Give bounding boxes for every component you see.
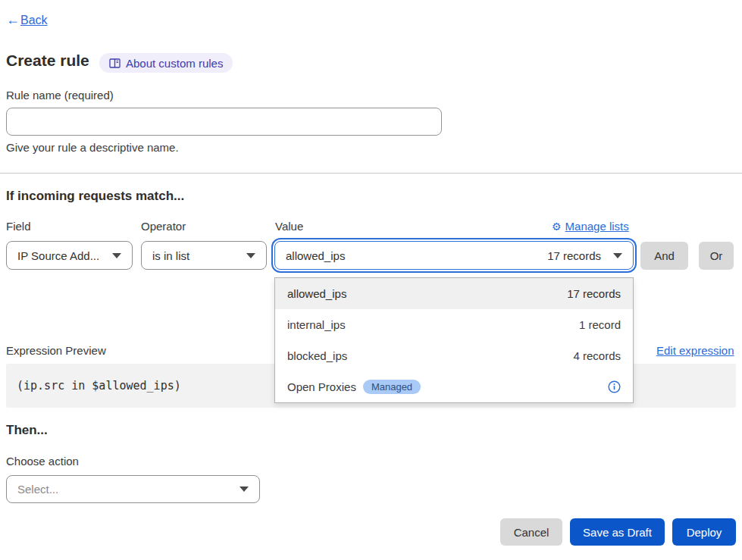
operator-select[interactable]: is in list (141, 241, 267, 270)
gear-icon: ⚙ (552, 221, 562, 233)
list-record-count: 4 records (573, 349, 621, 362)
choose-action-label: Choose action (6, 455, 79, 468)
manage-lists-link[interactable]: ⚙ Manage lists (552, 220, 634, 233)
list-name: blocked_ips (287, 349, 347, 362)
chevron-down-icon (112, 253, 121, 258)
dropdown-item-allowed-ips[interactable]: allowed_ips 17 records (275, 278, 633, 309)
expression-code: (ip.src in $allowed_ips) (17, 379, 181, 393)
page-title: Create rule (6, 52, 89, 70)
info-icon[interactable] (608, 380, 621, 393)
value-select-record-count: 17 records (547, 249, 601, 262)
or-button[interactable]: Or (699, 242, 734, 270)
section-divider (0, 173, 742, 174)
about-badge-label: About custom rules (126, 57, 223, 70)
field-column-label: Field (6, 220, 31, 233)
expression-preview-label: Expression Preview (6, 344, 106, 357)
chevron-down-icon (246, 253, 255, 258)
list-record-count: 17 records (567, 287, 621, 300)
value-select[interactable]: allowed_ips 17 records (274, 241, 634, 270)
field-select[interactable]: IP Source Add... (6, 241, 133, 270)
chevron-down-icon (613, 253, 622, 258)
then-section-heading: Then... (6, 423, 48, 438)
save-as-draft-button[interactable]: Save as Draft (570, 518, 665, 546)
action-select[interactable]: Select... (6, 475, 260, 503)
rule-name-label: Rule name (required) (6, 89, 114, 102)
manage-lists-label: Manage lists (565, 220, 629, 233)
edit-expression-link[interactable]: Edit expression (656, 344, 734, 357)
create-rule-page: ← Back Create rule About custom rules Ru… (0, 0, 742, 560)
dropdown-item-open-proxies[interactable]: Open Proxies Managed (275, 371, 633, 402)
back-link[interactable]: ← Back (6, 12, 48, 28)
list-name: Open Proxies (287, 380, 356, 393)
cancel-button[interactable]: Cancel (500, 518, 562, 546)
operator-column-label: Operator (141, 220, 186, 233)
list-record-count: 1 record (579, 318, 621, 331)
rule-name-input[interactable] (6, 108, 442, 136)
value-dropdown-menu: allowed_ips 17 records internal_ips 1 re… (274, 277, 634, 403)
dropdown-item-blocked-ips[interactable]: blocked_ips 4 records (275, 340, 633, 371)
action-select-placeholder: Select... (17, 483, 58, 496)
match-section-heading: If incoming requests match... (6, 189, 184, 204)
managed-badge: Managed (363, 380, 421, 394)
back-arrow-icon: ← (6, 12, 20, 28)
back-link-label: Back (20, 14, 48, 27)
deploy-button[interactable]: Deploy (672, 518, 736, 546)
list-name: allowed_ips (287, 287, 346, 300)
rule-name-helper-text: Give your rule a descriptive name. (6, 141, 179, 154)
value-column-label: Value (275, 220, 303, 233)
about-custom-rules-badge[interactable]: About custom rules (99, 53, 233, 73)
list-name: internal_ips (287, 318, 346, 331)
value-select-value: allowed_ips (286, 249, 345, 262)
operator-select-value: is in list (152, 249, 189, 262)
chevron-down-icon (240, 486, 249, 492)
field-select-value: IP Source Add... (17, 249, 99, 262)
and-button[interactable]: And (640, 242, 688, 270)
book-icon (109, 58, 121, 68)
dropdown-item-internal-ips[interactable]: internal_ips 1 record (275, 309, 633, 340)
